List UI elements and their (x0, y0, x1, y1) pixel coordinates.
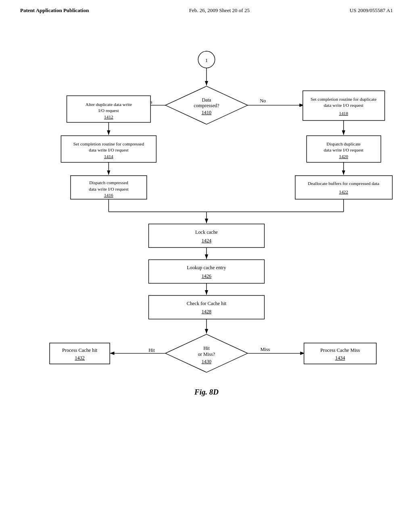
svg-text:data write I/O request: data write I/O request (324, 148, 364, 152)
svg-text:compressed?: compressed? (194, 103, 219, 108)
svg-text:Fig. 8D: Fig. 8D (194, 388, 219, 396)
svg-text:1432: 1432 (75, 355, 85, 361)
svg-text:Hit: Hit (148, 347, 155, 353)
svg-text:Alter duplicate data write: Alter duplicate data write (86, 102, 132, 107)
svg-rect-67 (304, 343, 376, 364)
svg-text:Lock  cache: Lock cache (195, 229, 218, 235)
svg-text:1426: 1426 (202, 273, 212, 279)
svg-rect-52 (149, 295, 265, 319)
svg-text:Process Cache hit: Process Cache hit (62, 347, 98, 353)
header-right: US 2009/055587 A1 (350, 7, 393, 14)
svg-text:Dispatch duplicate: Dispatch duplicate (327, 141, 361, 146)
svg-text:Deallocate buffers for compres: Deallocate buffers for compressed data (308, 181, 379, 186)
svg-text:data write I/O request: data write I/O request (89, 187, 129, 191)
svg-text:1: 1 (205, 57, 208, 63)
svg-rect-36 (295, 176, 392, 200)
svg-text:I/O request: I/O request (98, 108, 119, 113)
diagram-area: 1 Data compressed? 1410 Yes No Alter dup… (0, 18, 413, 493)
page-header: Patent Application Publication Feb. 26, … (0, 0, 413, 18)
svg-rect-48 (149, 260, 265, 283)
svg-text:or Miss?: or Miss? (198, 351, 215, 357)
svg-text:Process Cache Miss: Process Cache Miss (320, 347, 360, 353)
svg-text:1412: 1412 (104, 114, 113, 119)
svg-text:Set completion routine for com: Set completion routine for compressed (73, 141, 144, 146)
svg-rect-64 (50, 343, 110, 364)
header-center: Feb. 26, 2009 Sheet 20 of 25 (189, 7, 250, 14)
svg-text:1422: 1422 (339, 189, 348, 194)
svg-rect-44 (149, 224, 265, 248)
svg-text:Check for Cache hit: Check for Cache hit (187, 301, 227, 306)
svg-text:1418: 1418 (339, 111, 348, 116)
svg-text:1428: 1428 (202, 309, 212, 314)
svg-text:data write  I/O request: data write I/O request (89, 148, 129, 152)
flowchart-svg: 1 Data compressed? 1410 Yes No Alter dup… (0, 18, 413, 493)
svg-text:1414: 1414 (104, 154, 113, 159)
svg-text:Lookup cache entry: Lookup cache entry (187, 265, 226, 270)
svg-text:1416: 1416 (104, 193, 113, 197)
svg-text:Miss: Miss (260, 347, 270, 352)
svg-text:data write I/O request: data write I/O request (324, 103, 364, 108)
svg-text:1410: 1410 (202, 110, 212, 115)
svg-text:Dispatch compressed: Dispatch compressed (89, 180, 128, 185)
svg-text:Set completion routine for dup: Set completion routine for duplicate (311, 97, 376, 102)
svg-text:1430: 1430 (202, 359, 212, 364)
svg-text:Hit: Hit (203, 345, 210, 351)
svg-text:1434: 1434 (335, 355, 345, 361)
header-left: Patent Application Publication (20, 7, 89, 14)
svg-text:No: No (260, 98, 266, 104)
svg-text:1420: 1420 (339, 154, 348, 159)
svg-text:Data: Data (202, 97, 211, 103)
svg-text:1424: 1424 (202, 238, 212, 243)
